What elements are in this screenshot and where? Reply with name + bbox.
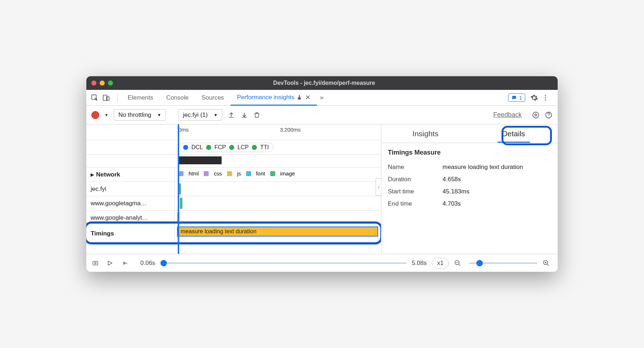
main-area: 0ms 3,200ms DCL FCP LCP TTI ▶Network — [86, 124, 558, 254]
minimize-window-button[interactable] — [100, 81, 105, 86]
network-row-label: jec.fyi — [86, 182, 175, 196]
ruler-tick: 0ms — [178, 127, 189, 133]
more-tabs-icon[interactable]: » — [320, 94, 323, 101]
timeline-panel: 0ms 3,200ms DCL FCP LCP TTI ▶Network — [86, 124, 381, 254]
metric-fcp: FCP — [214, 144, 226, 151]
legend-image: image — [280, 170, 295, 177]
legend-css: css — [214, 170, 222, 177]
throttling-dropdown[interactable]: No throttling ▼ — [114, 109, 166, 121]
detail-value: 4.658s — [443, 176, 461, 183]
detail-key: Start time — [388, 188, 443, 195]
messages-count: 1 — [519, 95, 522, 101]
network-section-label[interactable]: ▶Network — [86, 168, 175, 182]
tab-sources-label: Sources — [201, 94, 224, 101]
detail-row: Duration4.658s — [388, 176, 551, 183]
divider — [117, 93, 118, 102]
network-legend: html css js font image — [175, 168, 381, 182]
chevron-down-icon: ▼ — [213, 113, 218, 118]
download-icon[interactable] — [240, 111, 248, 119]
detail-value: 4.703s — [443, 200, 461, 207]
profile-label: jec.fyi (1) — [183, 111, 208, 119]
play-icon[interactable] — [106, 260, 117, 266]
device-toggle-icon[interactable] — [102, 94, 114, 102]
upload-icon[interactable] — [227, 111, 235, 119]
details-heading: Timings Measure — [388, 149, 551, 156]
tab-sources[interactable]: Sources — [195, 90, 230, 105]
timeline-ruler[interactable]: 0ms 3,200ms — [86, 124, 381, 140]
rewind-icon[interactable] — [122, 260, 132, 266]
detail-row: End time4.703s — [388, 200, 551, 207]
titlebar: DevTools - jec.fyi/demo/perf-measure — [86, 76, 558, 90]
network-row[interactable]: www.google-analyt… — [86, 211, 381, 225]
svg-point-5 — [545, 99, 546, 100]
network-section: ▶Network html css js font image — [86, 168, 381, 182]
legend-font: font — [256, 170, 265, 177]
network-row[interactable]: jec.fyi — [86, 182, 381, 196]
network-row-label: www.googletagma… — [86, 196, 175, 210]
inspect-icon[interactable] — [91, 94, 102, 102]
devtools-window: DevTools - jec.fyi/demo/perf-measure Ele… — [86, 76, 558, 272]
record-button[interactable] — [91, 111, 99, 119]
delete-icon[interactable] — [253, 111, 260, 119]
window-title: DevTools - jec.fyi/demo/perf-measure — [113, 80, 535, 86]
zoom-in-icon[interactable] — [543, 260, 553, 267]
detail-key: Name — [388, 164, 443, 171]
detail-key: End time — [388, 200, 443, 207]
legend-image-icon — [270, 171, 275, 176]
zoom-slider[interactable] — [469, 262, 538, 264]
svg-point-7 — [533, 112, 539, 118]
legend-js: js — [237, 170, 241, 177]
details-content: Timings Measure Namemeasure loading text… — [381, 143, 558, 218]
end-time: 5.08s — [412, 260, 427, 267]
time-slider[interactable] — [160, 262, 407, 264]
timings-measure-bar[interactable]: measure loading text duration — [177, 226, 378, 237]
perf-toolbar: ▼ No throttling ▼ jec.fyi (1) ▼ Feedback — [86, 106, 558, 124]
maximize-window-button[interactable] — [108, 81, 113, 86]
message-icon — [511, 95, 517, 101]
tab-insights[interactable]: Insights — [381, 124, 470, 143]
record-dropdown-icon[interactable]: ▼ — [104, 113, 109, 118]
settings-icon[interactable] — [530, 94, 542, 102]
zoom-out-icon[interactable] — [454, 260, 464, 267]
tab-elements-label: Elements — [128, 94, 153, 101]
playhead-marker[interactable] — [178, 124, 179, 254]
visibility-icon[interactable] — [91, 260, 101, 266]
tab-details[interactable]: Details — [470, 124, 558, 143]
metric-tti: TTI — [260, 144, 269, 151]
detail-value: measure loading text duration — [443, 164, 523, 171]
timings-section: Timings measure loading text duration — [86, 225, 381, 242]
feedback-link[interactable]: Feedback — [493, 111, 522, 119]
svg-point-3 — [545, 95, 546, 96]
tab-performance-insights[interactable]: Performance insights ✕ — [231, 90, 317, 106]
tti-dot-icon — [252, 145, 257, 150]
collapse-panel-icon[interactable]: › — [376, 178, 381, 196]
panel-settings-icon[interactable] — [532, 111, 540, 119]
close-tab-icon[interactable]: ✕ — [305, 93, 310, 101]
throttling-label: No throttling — [118, 111, 151, 119]
ruler-tick: 3,200ms — [280, 127, 301, 133]
messages-badge[interactable]: 1 — [508, 93, 525, 102]
tab-elements[interactable]: Elements — [121, 90, 160, 105]
chevron-down-icon: ▼ — [157, 113, 162, 118]
overview-trace[interactable] — [86, 155, 381, 168]
profile-dropdown[interactable]: jec.fyi (1) ▼ — [178, 109, 222, 121]
window-controls — [91, 81, 113, 86]
help-icon[interactable] — [545, 111, 553, 119]
metrics-chip[interactable]: DCL FCP LCP TTI — [178, 143, 273, 152]
zoom-badge[interactable]: x1 — [432, 258, 449, 269]
playback-bar: 0.06s 5.08s x1 — [86, 254, 558, 272]
timings-section-label[interactable]: Timings — [86, 225, 175, 242]
detail-row: Namemeasure loading text duration — [388, 164, 551, 171]
legend-html-icon — [178, 171, 183, 176]
main-tabbar: Elements Console Sources Performance ins… — [86, 90, 558, 106]
tab-console[interactable]: Console — [160, 90, 195, 105]
request-bar[interactable] — [180, 198, 182, 209]
tab-insights-label: Insights — [412, 129, 438, 138]
close-window-button[interactable] — [91, 81, 96, 86]
start-time: 0.06s — [140, 260, 155, 267]
timings-measure-label: measure loading text duration — [181, 228, 257, 235]
expand-icon: ▶ — [91, 172, 94, 177]
kebab-menu-icon[interactable] — [542, 94, 553, 101]
network-row[interactable]: www.googletagma… — [86, 196, 381, 211]
legend-html: html — [189, 170, 199, 177]
